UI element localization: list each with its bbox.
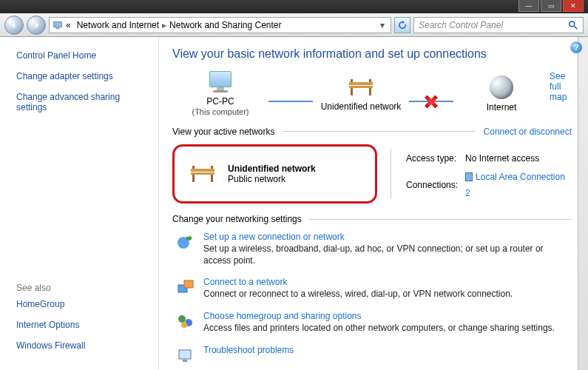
svg-point-2 (570, 21, 575, 26)
svg-rect-0 (54, 21, 62, 27)
connect-disconnect-link[interactable]: Connect or disconnect (484, 127, 572, 137)
active-network-item[interactable]: Unidentified network Public network (172, 144, 377, 204)
sidebar-link-adapter[interactable]: Change adapter settings (16, 71, 149, 81)
setting-desc: Access files and printers located on oth… (203, 323, 555, 334)
map-connector-ok (268, 101, 313, 102)
setting-homegroup[interactable]: Choose homegroup and sharing options Acc… (172, 311, 572, 334)
navigation-bar: « Network and Internet ▸ Network and Sha… (0, 13, 588, 37)
svg-point-20 (178, 315, 186, 323)
breadcrumb-chevron: « (66, 20, 71, 30)
bench-icon (346, 76, 376, 98)
arrow-left-icon (10, 21, 18, 30)
connections-label: Connections: (406, 169, 464, 203)
svg-rect-6 (351, 88, 353, 95)
setting-title[interactable]: Troubleshoot problems (203, 345, 294, 355)
setting-title[interactable]: Connect to a network (203, 277, 513, 287)
connection-link[interactable]: Local Area Connection 2 (465, 172, 565, 199)
arrow-right-icon (32, 21, 41, 30)
address-dropdown[interactable]: ▾ (377, 20, 388, 30)
svg-rect-10 (191, 169, 214, 172)
map-label-pc-sub: (This computer) (192, 107, 249, 116)
breadcrumb-item-2[interactable]: Network and Sharing Center (169, 20, 281, 30)
sidebar: Control Panel Home Change adapter settin… (0, 37, 159, 370)
map-label-pc: PC-PC (206, 96, 234, 107)
network-type: Public network (228, 174, 316, 184)
computer-icon (207, 71, 234, 93)
map-label-internet: Internet (487, 102, 517, 112)
map-node-internet[interactable]: Internet (453, 75, 550, 112)
svg-rect-1 (55, 27, 59, 29)
see-also-heading: See also (16, 283, 149, 293)
access-type-label: Access type: (406, 150, 464, 167)
sidebar-link-homegroup[interactable]: HomeGroup (16, 299, 149, 309)
svg-rect-4 (349, 82, 373, 85)
maximize-button[interactable]: ▭ (541, 0, 561, 12)
svg-rect-9 (369, 79, 371, 82)
see-full-map-link[interactable]: See full map (550, 71, 572, 102)
svg-rect-19 (184, 280, 193, 288)
homegroup-icon (175, 311, 196, 332)
back-button[interactable] (4, 16, 24, 35)
map-connector-fail (409, 101, 453, 102)
breadcrumb-item-1[interactable]: Network and Internet (77, 20, 159, 30)
maximize-icon: ▭ (548, 2, 555, 10)
svg-rect-5 (349, 86, 373, 88)
map-node-computer[interactable]: PC-PC(This computer) (172, 71, 268, 118)
svg-line-3 (574, 25, 577, 28)
sidebar-link-advanced[interactable]: Change advanced sharing settings (16, 92, 149, 112)
setting-title[interactable]: Choose homegroup and sharing options (203, 311, 555, 321)
svg-rect-8 (351, 79, 353, 82)
scrollbar[interactable] (578, 37, 588, 370)
sidebar-link-firewall[interactable]: Windows Firewall (16, 340, 149, 351)
network-properties: Access type: No Internet access Connecti… (405, 144, 572, 204)
troubleshoot-icon (175, 345, 196, 366)
setup-connection-icon (175, 232, 196, 252)
sidebar-link-internet-options[interactable]: Internet Options (16, 320, 149, 330)
minimize-button[interactable]: — (518, 0, 539, 12)
setting-title[interactable]: Set up a new connection or network (203, 232, 572, 242)
setting-desc: Set up a wireless, broadband, dial-up, a… (203, 243, 572, 266)
svg-rect-15 (211, 166, 213, 169)
svg-rect-12 (192, 175, 195, 182)
search-input[interactable]: Search Control Panel (413, 17, 584, 33)
minimize-icon: — (526, 2, 533, 10)
svg-rect-24 (183, 360, 187, 362)
svg-point-22 (181, 322, 187, 328)
network-icon (53, 20, 63, 30)
svg-rect-17 (186, 237, 189, 240)
svg-rect-13 (211, 175, 213, 182)
map-label-network: Unidentified network (321, 101, 402, 112)
setting-setup-connection[interactable]: Set up a new connection or network Set u… (172, 232, 572, 266)
search-icon (568, 20, 578, 30)
setting-troubleshoot[interactable]: Troubleshoot problems (172, 345, 572, 366)
close-icon: ✕ (570, 2, 576, 10)
refresh-icon (398, 21, 407, 30)
help-icon[interactable]: ? (570, 41, 582, 53)
access-type-value: No Internet access (465, 150, 570, 167)
network-map: PC-PC(This computer) Unidentified networ… (172, 71, 572, 118)
change-settings-heading: Change your networking settings (172, 214, 302, 224)
active-networks-heading: View your active networks (172, 127, 275, 137)
setting-desc: Connect or reconnect to a wireless, wire… (203, 289, 513, 300)
globe-icon (490, 75, 513, 99)
svg-rect-14 (192, 166, 195, 169)
forward-button[interactable] (27, 16, 46, 35)
connect-network-icon (175, 277, 196, 297)
refresh-button[interactable] (394, 17, 410, 33)
ethernet-icon (465, 172, 473, 181)
address-bar[interactable]: « Network and Internet ▸ Network and Sha… (49, 17, 391, 33)
svg-rect-11 (191, 172, 214, 175)
network-name: Unidentified network (228, 164, 316, 174)
sidebar-home[interactable]: Control Panel Home (16, 50, 149, 61)
setting-connect-network[interactable]: Connect to a network Connect or reconnec… (172, 277, 572, 300)
search-placeholder: Search Control Panel (419, 20, 503, 30)
map-node-network[interactable]: Unidentified network (313, 76, 409, 112)
svg-rect-23 (179, 350, 191, 359)
main-content: ? View your basic network information an… (159, 37, 588, 370)
chevron-right-icon: ▸ (162, 20, 166, 30)
window-titlebar: — ▭ ✕ (0, 0, 588, 13)
close-button[interactable]: ✕ (563, 0, 584, 12)
svg-rect-7 (369, 88, 371, 95)
bench-icon (188, 163, 217, 185)
page-title: View your basic network information and … (172, 47, 572, 61)
